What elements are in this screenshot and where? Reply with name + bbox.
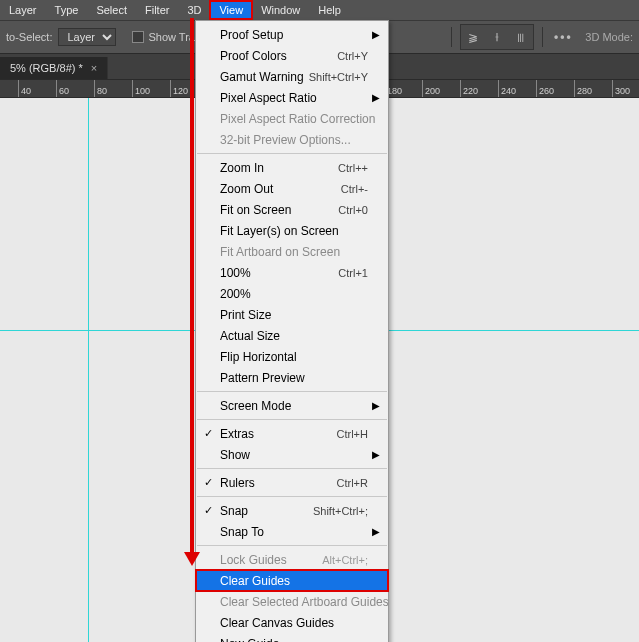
menu-filter[interactable]: Filter — [136, 1, 178, 19]
align-center-h-icon[interactable]: ⫲ — [485, 25, 509, 49]
close-tab-icon[interactable]: × — [91, 62, 97, 74]
menu-item-shortcut: Ctrl+R — [337, 477, 368, 489]
menu-item-screen-mode[interactable]: Screen Mode▶ — [196, 395, 388, 416]
menu-item-zoom-out[interactable]: Zoom OutCtrl+- — [196, 178, 388, 199]
menu-item-label: Print Size — [220, 308, 368, 322]
menu-item-clear-canvas-guides[interactable]: Clear Canvas Guides — [196, 612, 388, 633]
menu-item-snap[interactable]: ✓SnapShift+Ctrl+; — [196, 500, 388, 521]
menu-item-shortcut: Ctrl+0 — [338, 204, 368, 216]
ruler-tick: 40 — [18, 80, 31, 98]
menu-3d[interactable]: 3D — [178, 1, 210, 19]
menu-item-shortcut: Ctrl+- — [341, 183, 368, 195]
menu-item-new-guide[interactable]: New Guide... — [196, 633, 388, 642]
menu-item-label: Gamut Warning — [220, 70, 309, 84]
document-tab[interactable]: 5% (RGB/8#) * × — [0, 57, 108, 79]
align-right-icon[interactable]: ⫼ — [509, 25, 533, 49]
menu-item-clear-selected-artboard-guides: Clear Selected Artboard Guides — [196, 591, 388, 612]
menu-item-extras[interactable]: ✓ExtrasCtrl+H — [196, 423, 388, 444]
menu-item-print-size[interactable]: Print Size — [196, 304, 388, 325]
auto-select-label: to-Select: — [6, 31, 52, 43]
menu-item-label: 100% — [220, 266, 338, 280]
menu-item-pattern-preview[interactable]: Pattern Preview — [196, 367, 388, 388]
menu-item-label: Clear Canvas Guides — [220, 616, 368, 630]
menu-help[interactable]: Help — [309, 1, 350, 19]
menu-item-label: Zoom In — [220, 161, 338, 175]
menubar: Layer Type Select Filter 3D View Window … — [0, 0, 639, 20]
show-transform-checkbox[interactable] — [132, 31, 144, 43]
show-transform-label: Show Tra — [148, 31, 194, 43]
menu-item-proof-colors[interactable]: Proof ColorsCtrl+Y — [196, 45, 388, 66]
menu-item-pixel-aspect-ratio-correction: Pixel Aspect Ratio Correction — [196, 108, 388, 129]
ruler-tick: 100 — [132, 80, 150, 98]
menu-item-label: Proof Setup — [220, 28, 368, 42]
menu-item-show[interactable]: Show▶ — [196, 444, 388, 465]
view-menu-dropdown: Proof Setup▶Proof ColorsCtrl+YGamut Warn… — [195, 20, 389, 642]
menu-item-fit-on-screen[interactable]: Fit on ScreenCtrl+0 — [196, 199, 388, 220]
submenu-arrow-icon: ▶ — [372, 449, 380, 460]
menu-item-fit-layer-s-on-screen[interactable]: Fit Layer(s) on Screen — [196, 220, 388, 241]
menu-item-label: Lock Guides — [220, 553, 322, 567]
menu-separator — [197, 391, 387, 392]
menu-item-label: Actual Size — [220, 329, 368, 343]
menu-item-shortcut: Shift+Ctrl+; — [313, 505, 368, 517]
menu-item-label: Pixel Aspect Ratio — [220, 91, 368, 105]
menu-separator — [197, 153, 387, 154]
vertical-guide[interactable] — [88, 98, 89, 642]
menu-item-proof-setup[interactable]: Proof Setup▶ — [196, 24, 388, 45]
menu-type[interactable]: Type — [46, 1, 88, 19]
ruler-tick: 260 — [536, 80, 554, 98]
submenu-arrow-icon: ▶ — [372, 526, 380, 537]
menu-separator — [197, 496, 387, 497]
submenu-arrow-icon: ▶ — [372, 92, 380, 103]
menu-item-shortcut: Ctrl+H — [337, 428, 368, 440]
menu-item-actual-size[interactable]: Actual Size — [196, 325, 388, 346]
menu-layer[interactable]: Layer — [0, 1, 46, 19]
menu-item-snap-to[interactable]: Snap To▶ — [196, 521, 388, 542]
menu-view[interactable]: View — [210, 1, 252, 19]
menu-item-clear-guides[interactable]: Clear Guides — [196, 570, 388, 591]
menu-item-label: Flip Horizontal — [220, 350, 368, 364]
menu-item-label: Extras — [220, 427, 337, 441]
menu-item-label: 32-bit Preview Options... — [220, 133, 368, 147]
menu-item-shortcut: Shift+Ctrl+Y — [309, 71, 368, 83]
menu-item-flip-horizontal[interactable]: Flip Horizontal — [196, 346, 388, 367]
menu-item-pixel-aspect-ratio[interactable]: Pixel Aspect Ratio▶ — [196, 87, 388, 108]
menu-item-label: Pattern Preview — [220, 371, 368, 385]
ruler-tick: 280 — [574, 80, 592, 98]
menu-item-gamut-warning[interactable]: Gamut WarningShift+Ctrl+Y — [196, 66, 388, 87]
menu-item-32-bit-preview-options: 32-bit Preview Options... — [196, 129, 388, 150]
menu-item-200[interactable]: 200% — [196, 283, 388, 304]
ruler-tick: 80 — [94, 80, 107, 98]
menu-separator — [197, 468, 387, 469]
menu-item-label: Rulers — [220, 476, 337, 490]
align-left-icon[interactable]: ⫺ — [461, 25, 485, 49]
menu-item-shortcut: Ctrl++ — [338, 162, 368, 174]
separator — [542, 27, 543, 47]
menu-item-rulers[interactable]: ✓RulersCtrl+R — [196, 472, 388, 493]
menu-item-label: Zoom Out — [220, 182, 341, 196]
ruler-tick: 240 — [498, 80, 516, 98]
menu-window[interactable]: Window — [252, 1, 309, 19]
3d-mode-label: 3D Mode: — [585, 31, 633, 43]
menu-separator — [197, 419, 387, 420]
check-icon: ✓ — [204, 427, 213, 440]
layer-select[interactable]: Layer — [58, 28, 116, 46]
menu-item-lock-guides: Lock GuidesAlt+Ctrl+; — [196, 549, 388, 570]
document-tab-title: 5% (RGB/8#) * — [10, 62, 83, 74]
menu-select[interactable]: Select — [87, 1, 136, 19]
ruler-tick: 200 — [422, 80, 440, 98]
menu-item-100[interactable]: 100%Ctrl+1 — [196, 262, 388, 283]
more-options-icon[interactable]: ••• — [551, 25, 575, 49]
menu-item-label: Screen Mode — [220, 399, 368, 413]
menu-item-label: Snap — [220, 504, 313, 518]
menu-item-shortcut: Ctrl+1 — [338, 267, 368, 279]
menu-item-label: Clear Guides — [220, 574, 368, 588]
menu-item-fit-artboard-on-screen: Fit Artboard on Screen — [196, 241, 388, 262]
menu-item-label: Clear Selected Artboard Guides — [220, 595, 389, 609]
menu-item-label: Proof Colors — [220, 49, 337, 63]
menu-item-label: Fit Artboard on Screen — [220, 245, 368, 259]
ruler-tick: 220 — [460, 80, 478, 98]
ruler-tick: 60 — [56, 80, 69, 98]
menu-item-zoom-in[interactable]: Zoom InCtrl++ — [196, 157, 388, 178]
menu-item-label: Fit on Screen — [220, 203, 338, 217]
